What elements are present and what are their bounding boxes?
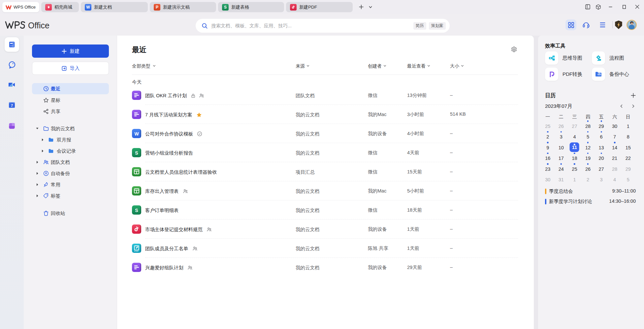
svg-text:Office: Office <box>28 21 49 30</box>
svg-text:7: 7 <box>11 104 13 107</box>
svg-text:S: S <box>135 208 138 213</box>
svg-text:W: W <box>134 131 139 136</box>
svg-text:S: S <box>135 150 138 156</box>
